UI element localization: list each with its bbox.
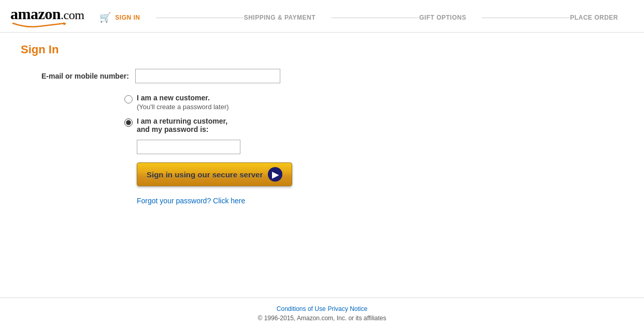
forgot-link-area: Forgot your password? Click here [137,197,446,205]
radio-returning-label: I am a returning customer, [137,117,227,125]
password-input[interactable] [137,140,240,154]
step-shipping: SHIPPING & PAYMENT [244,14,316,21]
email-row: E-mail or mobile number: [41,69,446,83]
radio-returning-label2: and my password is: [137,125,227,133]
step-signin: SIGN IN [115,14,140,21]
radio-returning-customer[interactable] [124,118,133,127]
radio-new-label: I am a new customer. [137,94,229,102]
step-divider-1 [156,18,244,18]
logo-amazon-text: amazon [10,5,61,22]
signin-button[interactable]: Sign in using our secure server ▶ [137,162,292,186]
signin-button-label: Sign in using our secure server [147,170,263,179]
logo-dotcom-text: .com [61,8,84,22]
radio-new-sublabel: (You'll create a password later) [137,103,229,111]
radio-section: I am a new customer. (You'll create a pa… [124,94,446,205]
password-field [137,140,446,154]
step-place-order: PLACE ORDER [570,14,618,21]
radio-new-customer[interactable] [124,95,133,103]
radio-returning-customer-option: I am a returning customer, and my passwo… [124,117,446,133]
step-divider-3 [482,18,570,18]
nav-steps: 🛒 SIGN IN SHIPPING & PAYMENT GIFT OPTION… [99,10,634,23]
cart-icon: 🛒 [99,12,111,23]
header: amazon.com 🛒 SIGN IN SHIPPING & PAYMENT … [0,0,644,33]
email-input[interactable] [135,69,280,83]
logo-area: amazon.com [10,5,84,28]
step-gift: GIFT OPTIONS [419,14,466,21]
cart-icon-area: 🛒 [99,12,111,23]
amazon-logo: amazon.com [10,5,84,28]
main-content: Sign In E-mail or mobile number: I am a … [0,33,466,215]
page-title: Sign In [21,43,446,56]
radio-new-customer-option: I am a new customer. (You'll create a pa… [124,94,446,111]
email-label: E-mail or mobile number: [41,72,129,80]
signin-arrow-icon: ▶ [268,167,282,182]
forgot-password-link[interactable]: Forgot your password? Click here [137,197,245,205]
step-divider-2 [331,18,419,18]
signin-button-area: Sign in using our secure server ▶ [137,162,446,186]
form-section: E-mail or mobile number: I am a new cust… [41,69,446,205]
